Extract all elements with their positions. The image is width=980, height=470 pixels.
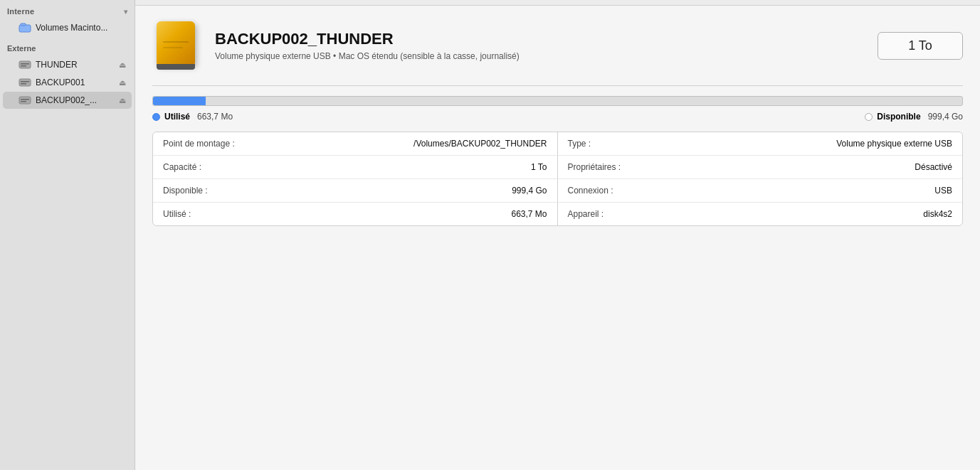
content-area: BACKUP002_THUNDER Volume physique extern… <box>135 6 980 470</box>
svg-rect-5 <box>19 79 31 86</box>
details-cell-5: Connexion :USB <box>558 179 963 203</box>
svg-rect-10 <box>21 101 26 102</box>
details-label-1: Type : <box>568 139 591 149</box>
details-label-3: Propriétaires : <box>568 162 621 172</box>
details-cell-2: Capacité :1 To <box>153 156 558 179</box>
details-label-6: Utilisé : <box>163 209 191 219</box>
details-value-4: 999,4 Go <box>512 186 547 196</box>
volume-icon <box>19 22 31 33</box>
sidebar-item-volumes-macinto[interactable]: Volumes Macinto... <box>3 19 132 36</box>
details-cell-6: Utilisé :663,7 Mo <box>153 203 558 225</box>
details-value-1: Volume physique externe USB <box>836 139 952 149</box>
sidebar-item-backup002[interactable]: BACKUP002_... ⏏ <box>3 92 132 109</box>
details-label-5: Connexion : <box>568 186 613 196</box>
sidebar-section-externe: Externe <box>0 37 135 55</box>
toolbar <box>135 0 980 6</box>
available-label: Disponible <box>877 112 920 122</box>
details-value-5: USB <box>934 186 952 196</box>
details-label-4: Disponible : <box>163 186 208 196</box>
svg-rect-6 <box>21 81 29 82</box>
volume-icon-wrap <box>152 20 204 71</box>
details-value-6: 663,7 Mo <box>511 209 547 219</box>
hdd-icon <box>157 21 199 70</box>
eject-icon-thunder[interactable]: ⏏ <box>119 60 126 70</box>
svg-rect-4 <box>21 65 26 67</box>
volume-header: BACKUP002_THUNDER Volume physique extern… <box>152 20 963 71</box>
storage-labels: Utilisé 663,7 Mo Disponible 999,4 Go <box>152 112 963 122</box>
main-content: BACKUP002_THUNDER Volume physique extern… <box>135 0 980 470</box>
details-value-7: disk4s2 <box>923 209 952 219</box>
sidebar-item-label-thunder: THUNDER <box>36 60 116 70</box>
eject-icon-backup002[interactable]: ⏏ <box>119 96 126 105</box>
svg-rect-1 <box>21 23 26 26</box>
used-value: 663,7 Mo <box>197 112 233 122</box>
disk-icon-backup001 <box>19 77 31 88</box>
details-cell-3: Propriétaires :Désactivé <box>558 156 963 179</box>
storage-label-available: Disponible 999,4 Go <box>865 112 963 122</box>
sidebar: Interne ▾ Volumes Macinto... Externe THU… <box>0 0 135 470</box>
details-value-0: /Volumes/BACKUP002_THUNDER <box>413 139 547 149</box>
hdd-body <box>157 21 195 65</box>
disk-icon-thunder <box>19 59 31 70</box>
sidebar-item-label-backup001: BACKUP001 <box>36 78 116 87</box>
hdd-bottom <box>157 64 195 70</box>
details-cell-1: Type :Volume physique externe USB <box>558 132 963 156</box>
sidebar-section-interne: Interne ▾ <box>0 3 135 18</box>
available-value: 999,4 Go <box>928 112 963 122</box>
chevron-down-icon: ▾ <box>124 8 127 16</box>
details-label-2: Capacité : <box>163 162 201 172</box>
hdd-line2 <box>163 47 183 48</box>
details-value-2: 1 To <box>531 162 547 172</box>
sidebar-item-thunder[interactable]: THUNDER ⏏ <box>3 56 132 73</box>
details-label-7: Appareil : <box>568 209 604 219</box>
svg-rect-2 <box>19 61 31 68</box>
used-dot <box>152 113 160 121</box>
hdd-line1 <box>163 41 189 43</box>
svg-rect-9 <box>21 99 29 100</box>
sidebar-item-label-volumes: Volumes Macinto... <box>36 23 126 33</box>
details-table: Point de montage :/Volumes/BACKUP002_THU… <box>152 132 963 226</box>
storage-bar <box>152 96 963 106</box>
details-cell-0: Point de montage :/Volumes/BACKUP002_THU… <box>153 132 558 156</box>
volume-subtitle: Volume physique externe USB • Mac OS éte… <box>215 51 878 61</box>
svg-rect-3 <box>21 63 29 65</box>
available-dot <box>865 113 873 121</box>
svg-rect-8 <box>19 97 31 104</box>
volume-info: BACKUP002_THUNDER Volume physique extern… <box>215 30 878 61</box>
header-divider <box>152 85 963 86</box>
details-value-3: Désactivé <box>915 162 952 172</box>
eject-icon-backup001[interactable]: ⏏ <box>119 78 126 87</box>
volume-name: BACKUP002_THUNDER <box>215 30 878 48</box>
storage-bar-used <box>153 97 206 105</box>
details-cell-7: Appareil :disk4s2 <box>558 203 963 225</box>
storage-label-used: Utilisé 663,7 Mo <box>152 112 233 122</box>
storage-bar-container: Utilisé 663,7 Mo Disponible 999,4 Go <box>152 96 963 122</box>
details-label-0: Point de montage : <box>163 139 235 149</box>
disk-icon-backup002 <box>19 95 31 106</box>
sidebar-item-label-backup002: BACKUP002_... <box>36 95 116 105</box>
externe-label: Externe <box>7 44 36 53</box>
details-cell-4: Disponible :999,4 Go <box>153 179 558 203</box>
svg-rect-7 <box>21 83 26 85</box>
used-label: Utilisé <box>164 112 190 122</box>
sidebar-item-backup001[interactable]: BACKUP001 ⏏ <box>3 74 132 91</box>
capacity-badge: 1 To <box>878 32 963 60</box>
interne-label: Interne <box>7 7 34 16</box>
